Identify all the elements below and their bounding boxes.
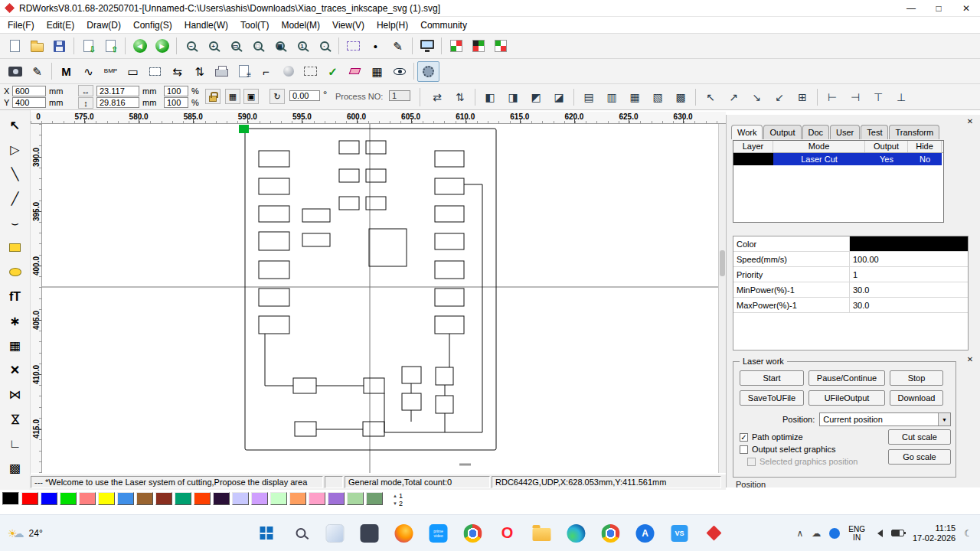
zoom-in-icon[interactable]: + [202, 36, 224, 57]
trace-outline-icon[interactable] [299, 61, 322, 82]
anchor-center-icon[interactable]: ⊞ [791, 87, 814, 107]
width-input[interactable]: 23.117 [96, 86, 139, 96]
eraser-icon[interactable] [344, 61, 366, 82]
zoom-frame-icon[interactable]: · [313, 36, 335, 57]
corner-origin-icon[interactable]: ⌐ [255, 61, 277, 82]
capture-icon[interactable] [4, 61, 26, 82]
rect-outline-icon[interactable]: ▭ [122, 61, 144, 82]
color-swatch[interactable] [347, 492, 364, 505]
firefox-icon[interactable] [393, 521, 416, 546]
tray-expand-icon[interactable]: ∧ [796, 528, 803, 539]
zoom-all-icon[interactable]: ▦ [269, 36, 291, 57]
anchor-bottom-left-icon[interactable]: ↙ [768, 87, 791, 107]
edge-icon[interactable] [565, 521, 588, 546]
curve-icon[interactable]: ∿ [77, 61, 100, 82]
volume-icon[interactable] [874, 530, 883, 537]
scrollbar-thumb[interactable] [720, 250, 725, 276]
scale-h-input[interactable]: 100 [164, 97, 188, 108]
chrome-icon[interactable] [462, 521, 485, 546]
menu-help[interactable]: Help(H) [371, 18, 414, 32]
bmp-icon[interactable]: BMP [100, 61, 122, 82]
import-icon[interactable]: ⇩ [77, 36, 100, 57]
color-swatch[interactable] [60, 492, 77, 505]
path-optimize-checkbox[interactable]: Path optimize [740, 431, 858, 443]
property-color-swatch[interactable] [850, 236, 968, 251]
layer-table-row[interactable]: Laser Cut Yes No [733, 153, 943, 165]
color-swatch[interactable] [2, 492, 19, 505]
array-grid-icon[interactable]: ▩ [5, 458, 26, 478]
redo-icon[interactable]: ▶ [151, 36, 173, 57]
download-button[interactable]: Download [890, 390, 943, 406]
zoom-page-icon[interactable]: □ [247, 36, 269, 57]
maximize-button[interactable]: □ [925, 0, 952, 16]
draw-pen-icon[interactable]: ✎ [387, 36, 409, 57]
layer-pager-row[interactable]: ▼2 [393, 500, 403, 507]
cut-pen-icon[interactable]: ✎ [26, 61, 48, 82]
menu-handle[interactable]: Handle(W) [178, 18, 234, 32]
color-swatch[interactable] [79, 492, 96, 505]
output-select-graphics-checkbox[interactable]: Output select graphics [740, 443, 858, 455]
position-dropdown[interactable]: Current position ▼ [819, 412, 951, 426]
stop-button[interactable]: Stop [890, 370, 943, 386]
color-swatch[interactable] [155, 492, 172, 505]
color-swatch[interactable] [251, 492, 268, 505]
color-swatch[interactable] [194, 492, 211, 505]
color-swatch[interactable] [21, 492, 38, 505]
process-no-input[interactable]: 1 [389, 90, 410, 101]
export-icon[interactable]: ⇧ [100, 36, 122, 57]
distribute-h-icon[interactable]: ▧ [646, 87, 669, 107]
node-edit-icon[interactable] [144, 61, 166, 82]
render-ball-icon[interactable] [277, 61, 299, 82]
mirror-h-tool-icon[interactable]: ⋈ [5, 384, 26, 405]
delete-tool-icon[interactable]: ✕ [5, 360, 26, 380]
go-scale-button[interactable]: Go scale [888, 449, 951, 465]
onedrive-icon[interactable]: ☁ [812, 528, 821, 539]
property-value[interactable]: 30.0 [850, 282, 968, 297]
color-swatch[interactable] [98, 492, 115, 505]
same-height-icon[interactable]: ▥ [600, 87, 623, 107]
color-swatch[interactable] [136, 492, 153, 505]
language-indicator[interactable]: ENG IN [848, 525, 865, 542]
ellipse-draw-icon[interactable] [5, 262, 26, 282]
property-value[interactable]: 1 [850, 267, 968, 282]
height-arrow-icon[interactable]: ↕ [78, 97, 93, 109]
layer-color-cell[interactable] [733, 153, 773, 165]
layer-output-cell[interactable]: Yes [865, 153, 908, 165]
color-swatch[interactable] [309, 492, 325, 505]
width-arrow-icon[interactable]: ↔ [78, 85, 93, 96]
print-icon[interactable] [211, 61, 233, 82]
tab-transform[interactable]: Transform [889, 125, 939, 139]
arc-tool-icon[interactable]: ⌣ [5, 213, 26, 233]
color-swatch[interactable] [213, 492, 230, 505]
rotate-input[interactable]: 0.00 [289, 90, 320, 101]
color-swatch[interactable] [117, 492, 134, 505]
menu-config[interactable]: Config(S) [127, 18, 178, 32]
select-frame-icon[interactable] [342, 36, 364, 57]
align-bottom-icon[interactable]: ◪ [547, 87, 570, 107]
undo-icon[interactable]: ◀ [129, 36, 151, 57]
tab-work[interactable]: Work [731, 125, 763, 139]
camera-app-icon[interactable] [358, 521, 381, 546]
line-tool-icon[interactable]: ╲ [5, 164, 26, 184]
ufile-output-button[interactable]: UFileOutput [808, 390, 885, 406]
zoom-window-icon[interactable]: ▭ [224, 36, 247, 57]
close-button[interactable]: ✕ [952, 0, 980, 16]
array-table-icon[interactable]: ▦ [366, 61, 388, 82]
node-edit-tool-icon[interactable]: ▷ [5, 139, 26, 160]
distribute-v-icon[interactable]: ▩ [669, 87, 692, 107]
taskbar-clock[interactable]: 11:15 17-02-2026 [913, 523, 956, 543]
weather-widget[interactable]: ☀ ☁ 24° [8, 527, 43, 540]
tab-user[interactable]: User [830, 125, 860, 139]
canvas-scrollbar[interactable] [718, 124, 726, 473]
star-draw-icon[interactable]: ∗ [5, 311, 26, 331]
zoom-out-icon[interactable]: − [180, 36, 202, 57]
scale-w-input[interactable]: 100 [164, 86, 188, 96]
tab-output[interactable]: Output [763, 125, 801, 139]
v-distance-icon[interactable]: ⇅ [188, 61, 211, 82]
opera-icon[interactable]: O [496, 521, 519, 546]
flip-horizontal-icon[interactable]: ⇄ [426, 87, 449, 107]
anchor-bottom-right-icon[interactable]: ↘ [745, 87, 768, 107]
menu-file[interactable]: File(F) [2, 18, 41, 32]
align-edge-left-icon[interactable]: ⊢ [821, 87, 844, 107]
y-input[interactable]: 400 [12, 97, 46, 108]
